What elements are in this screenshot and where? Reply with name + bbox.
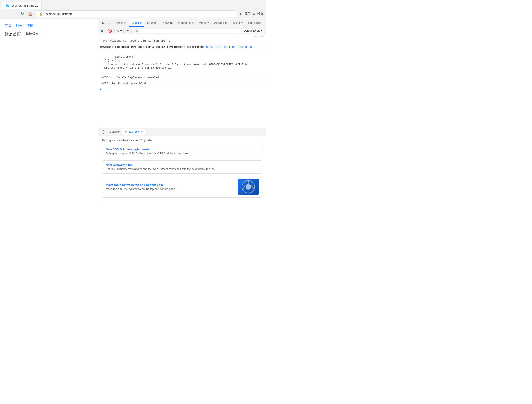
forward-button[interactable]: → — [11, 11, 17, 17]
whats-new-item-css-grid-title[interactable]: New CSS Grid debugging tools — [106, 148, 190, 151]
console-toolbar: ▶ 🚫 top ▼ 👁 Default levels ▾ — [98, 27, 266, 34]
tab-label: localhost:8888/index — [11, 4, 38, 7]
bottom-panel: ⋮ Console What's New × Highlights from t… — [98, 128, 266, 202]
device-toggle-icon[interactable]: □ — [106, 20, 112, 26]
nav-link-detail[interactable]: 详情 — [26, 23, 33, 28]
whats-new-item-css-grid: New CSS Grid debugging tools Debug and i… — [102, 145, 262, 158]
tab-favicon: 🌐 — [6, 4, 9, 7]
chevron-down-icon: ▼ — [120, 29, 122, 32]
devtools-tabs-bar: ▶ □ Elements Console Sources Network Per… — [98, 19, 266, 27]
chrome-logo-icon — [241, 180, 255, 194]
settings-icon[interactable]: ⚙ — [253, 12, 256, 16]
whats-new-item-webauthn-text: New WebAuthn tab Emulate authenticators … — [106, 163, 215, 171]
whats-new-item-css-grid-desc: Debug and inspect CSS Grid with the new … — [106, 152, 190, 155]
back-button[interactable]: ← — [3, 11, 9, 17]
context-selector-label: top — [115, 29, 119, 32]
whats-new-header: Highlights from the Chrome 87 update — [102, 139, 262, 142]
svg-line-3 — [242, 186, 245, 191]
page-content: 我是首页 清除缓存 — [5, 31, 94, 37]
browser-chrome: 🌐 localhost:8888/index ← → ↻ 🏠 🔒 localho… — [0, 0, 266, 19]
tab-elements[interactable]: Elements — [112, 19, 129, 27]
inspect-element-icon[interactable]: ▶ — [100, 20, 106, 26]
console-message-hmr-text: [HMR] Waiting for update signal from WDS… — [100, 39, 170, 43]
console-message-react-devtools: Download the React DevTools for a better… — [98, 44, 266, 50]
nav-links: 首页 列表 详情 — [5, 23, 94, 28]
tab-performance[interactable]: Performance — [175, 19, 196, 27]
address-bar[interactable]: 🔒 localhost:8888/index — [35, 10, 238, 17]
whats-new-content: Highlights from the Chrome 87 update New… — [98, 136, 266, 202]
default-levels-button[interactable]: Default levels ▾ — [242, 29, 264, 33]
whats-new-item-css-grid-text: New CSS Grid debugging tools Debug and i… — [106, 148, 190, 155]
nav-bar: ← → ↻ 🏠 🔒 localhost:8888/index ⠿ 应用 ⚙ 设置 — [0, 9, 266, 19]
bottom-whats-new-label: What's New — [125, 130, 139, 133]
close-whats-new-icon[interactable]: × — [141, 130, 143, 133]
react-devtools-link[interactable]: https://fb.me/react-devtools — [206, 45, 252, 49]
whats-new-item-move-tools-text: Move tools between top and bottom panel … — [106, 183, 176, 191]
url-text: localhost:8888/index — [45, 12, 72, 16]
whats-new-item-move-tools: Move tools between top and bottom panel … — [102, 176, 262, 198]
react-do-label: react-do — [98, 34, 266, 38]
nav-link-home[interactable]: 首页 — [5, 23, 12, 28]
tab-lighthouse[interactable]: Lighthouse — [245, 19, 264, 27]
svg-point-1 — [246, 184, 251, 190]
devtools-tabs-list: Elements Console Sources Network Perform… — [112, 19, 264, 27]
whats-new-item-webauthn-desc: Emulate authenticators and debug the Web… — [106, 167, 215, 171]
bottom-tab-console[interactable]: Console — [107, 129, 122, 135]
tab-memory[interactable]: Memory — [196, 19, 211, 27]
console-message-live-reload: [WDS] Live Reloading enabled. — [98, 81, 266, 87]
console-message-hmr-enabled: [WDS] Hot Module Replacement enabled. — [98, 75, 266, 81]
console-output: react-do [HMR] Waiting for update signal… — [98, 34, 266, 128]
tab-sources[interactable]: Sources — [145, 19, 160, 27]
tab-bar: 🌐 localhost:8888/index — [0, 0, 266, 9]
bottom-menu-button[interactable]: ⋮ — [100, 129, 107, 135]
console-prompt[interactable]: ► — [98, 87, 266, 92]
svg-line-4 — [252, 186, 255, 191]
filter-input[interactable] — [131, 29, 241, 33]
tab-security[interactable]: Security — [230, 19, 245, 27]
whats-new-chrome-thumbnail — [238, 179, 259, 195]
tab-application[interactable]: Application — [211, 19, 230, 27]
eye-toggle-button[interactable]: 👁 — [125, 29, 130, 33]
settings-label[interactable]: 设置 — [257, 12, 263, 16]
apps-grid-icon[interactable]: ⠿ — [240, 11, 243, 17]
whats-new-item-move-tools-desc: Move tools in DevTools between the top a… — [106, 187, 176, 191]
bottom-console-label: Console — [110, 130, 120, 133]
browser-tab[interactable]: 🌐 localhost:8888/index — [2, 2, 42, 9]
console-live-reload-text: [WDS] Live Reloading enabled. — [100, 82, 147, 85]
console-message-code: f useHistory() { if (true) { !(typeof us… — [98, 50, 266, 75]
console-download-prefix: Download the React DevTools for a better… — [100, 45, 206, 49]
tab-console[interactable]: Console — [129, 19, 145, 27]
run-script-button[interactable]: ▶ — [100, 29, 105, 33]
console-hmr-enabled-text: [WDS] Hot Module Replacement enabled. — [100, 76, 160, 79]
lock-icon: 🔒 — [39, 12, 43, 16]
home-button[interactable]: 🏠 — [27, 11, 33, 17]
console-code-text: f useHistory() { if (true) { !(typeof us… — [100, 56, 247, 70]
main-layout: 首页 列表 详情 我是首页 清除缓存 ▶ □ Elements Console … — [0, 19, 266, 202]
tab-network[interactable]: Network — [160, 19, 175, 27]
nav-link-list[interactable]: 列表 — [15, 23, 23, 28]
prompt-arrow-icon: ► — [100, 88, 102, 91]
whats-new-item-move-tools-title[interactable]: Move tools between top and bottom panel — [106, 183, 176, 187]
whats-new-item-webauthn-title[interactable]: New WebAuthn tab — [106, 163, 215, 167]
webpage-panel: 首页 列表 详情 我是首页 清除缓存 — [0, 19, 98, 202]
bottom-tabs-bar: ⋮ Console What's New × — [98, 128, 266, 136]
apps-label[interactable]: 应用 — [245, 12, 251, 16]
context-selector[interactable]: top ▼ — [114, 29, 124, 33]
bottom-tab-whats-new[interactable]: What's New × — [122, 129, 145, 135]
clear-console-button[interactable]: 🚫 — [106, 28, 114, 33]
refresh-button[interactable]: ↻ — [19, 11, 25, 17]
devtools-panel: ▶ □ Elements Console Sources Network Per… — [98, 19, 266, 202]
console-message-hmr: [HMR] Waiting for update signal from WDS… — [98, 38, 266, 44]
clear-cache-button[interactable]: 清除缓存 — [24, 31, 41, 37]
devtools-tabs-wrapper: Elements Console Sources Network Perform… — [112, 19, 264, 27]
page-title: 我是首页 — [5, 31, 21, 37]
whats-new-item-webauthn: New WebAuthn tab Emulate authenticators … — [102, 160, 262, 174]
